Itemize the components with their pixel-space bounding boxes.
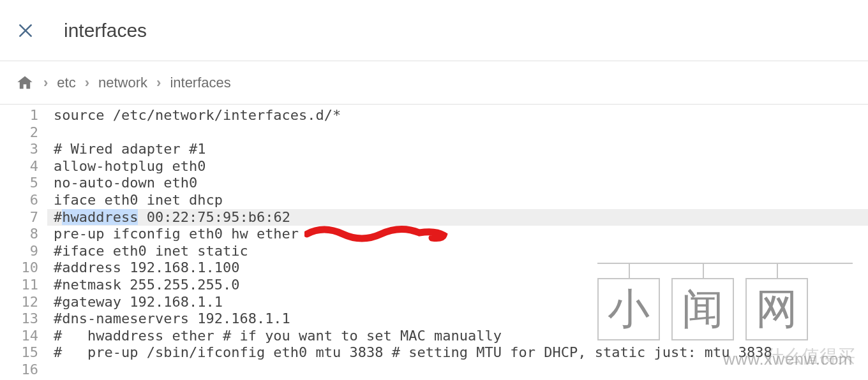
line-number: 11: [0, 277, 38, 294]
close-icon[interactable]: [13, 18, 38, 43]
breadcrumb-item-interfaces[interactable]: interfaces: [170, 75, 230, 91]
watermark-url: www.xwenw.com: [723, 349, 853, 369]
line-number: 14: [0, 328, 38, 345]
code-line[interactable]: allow-hotplug eth0: [54, 158, 868, 175]
home-icon[interactable]: [15, 73, 34, 92]
line-number: 10: [0, 259, 38, 277]
line-number: 4: [0, 158, 38, 175]
breadcrumb-item-network[interactable]: network: [98, 75, 147, 91]
line-number: 5: [0, 175, 38, 192]
page-title: interfaces: [64, 20, 147, 41]
redaction-mark: [307, 228, 444, 242]
chevron-right-icon: ›: [43, 75, 48, 91]
line-number: 15: [0, 344, 38, 362]
title-bar: interfaces: [0, 0, 868, 61]
code-line[interactable]: iface eth0 inet dhcp: [54, 192, 868, 209]
line-number: 8: [0, 226, 38, 243]
line-number: 9: [0, 243, 38, 260]
chevron-right-icon: ›: [85, 75, 89, 91]
line-number: 6: [0, 192, 38, 209]
watermark-logo: 小 闻 网: [597, 263, 853, 340]
watermark-char: 闻: [671, 278, 734, 340]
text-selection: hwaddress: [62, 209, 138, 225]
code-line[interactable]: source /etc/network/interfaces.d/*: [54, 107, 868, 124]
code-line[interactable]: [54, 124, 868, 142]
code-line[interactable]: #hwaddress 00:22:75:95:b6:62: [47, 209, 868, 226]
line-number: 1: [0, 107, 38, 124]
line-number: 16: [0, 362, 38, 379]
code-line[interactable]: no-auto-down eth0: [54, 175, 868, 192]
line-number: 3: [0, 141, 38, 158]
breadcrumb: › etc › network › interfaces: [0, 61, 868, 105]
line-number: 2: [0, 124, 38, 142]
code-line[interactable]: pre-up ifconfig eth0 hw ether: [54, 226, 868, 243]
line-number: 7: [0, 209, 38, 226]
line-number: 13: [0, 311, 38, 328]
watermark-char: 小: [597, 278, 660, 340]
code-line[interactable]: # Wired adapter #1: [54, 141, 868, 158]
breadcrumb-item-etc[interactable]: etc: [57, 75, 75, 91]
code-line[interactable]: #iface eth0 inet static: [54, 243, 868, 260]
watermark-char: 网: [745, 278, 808, 340]
line-number-gutter: 12345678910111213141516: [0, 105, 47, 380]
chevron-right-icon: ›: [156, 75, 161, 91]
line-number: 12: [0, 294, 38, 311]
